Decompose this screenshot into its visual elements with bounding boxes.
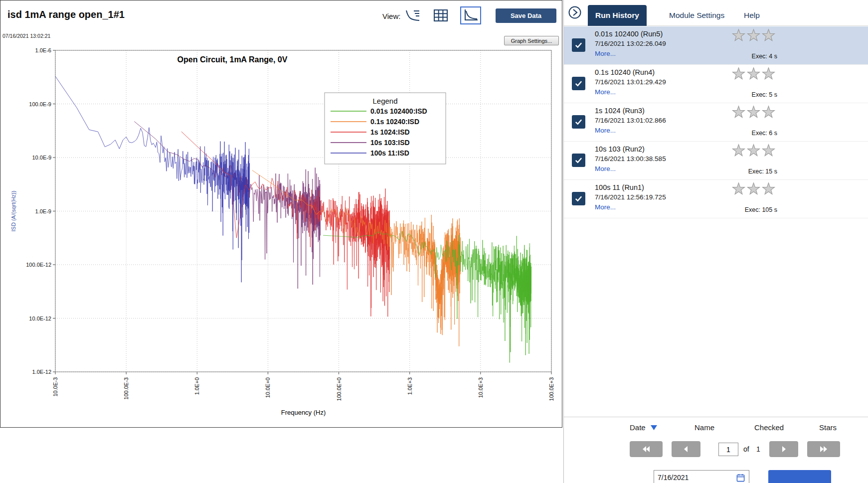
star-icon[interactable]	[761, 182, 776, 195]
chart-title: Open Circuit, 1mA Range, 0V	[177, 55, 288, 64]
last-page-button[interactable]	[807, 441, 840, 457]
svg-text:100.0E-12: 100.0E-12	[26, 262, 51, 268]
first-page-button[interactable]	[630, 441, 663, 457]
legend-title: Legend	[372, 97, 397, 105]
svg-text:10.0E+0: 10.0E+0	[265, 377, 271, 398]
check-icon	[574, 40, 583, 50]
previous-page-button[interactable]	[672, 441, 700, 457]
star-icon[interactable]	[731, 182, 746, 195]
run-star-rating[interactable]	[731, 182, 776, 195]
window-title: isd 1mA range open_1#1	[7, 9, 125, 20]
graph-view-icon	[463, 8, 479, 22]
run-history-list: 0.01s 102400 (Run5) 7/16/2021 13:02:26.0…	[564, 26, 868, 218]
star-icon[interactable]	[761, 28, 776, 42]
graph-settings-button[interactable]: Graph Settings...	[504, 36, 559, 45]
run-exec-time: Exec: 5 s	[723, 91, 777, 98]
run-history-item[interactable]: 1s 1024 (Run3) 7/16/2021 13:01:02.866 Mo…	[564, 103, 868, 142]
run-timestamp: 7/16/2021 12:56:19.725	[595, 193, 666, 201]
sort-by-date[interactable]: Date	[630, 423, 657, 432]
star-icon[interactable]	[761, 105, 776, 119]
chevron-right-icon	[568, 5, 582, 19]
calendar-icon[interactable]	[736, 473, 745, 483]
run-checkbox[interactable]	[572, 38, 585, 52]
graph-area: 07/16/2021 13:02:21 Graph Settings... 10…	[0, 30, 562, 427]
star-icon[interactable]	[746, 182, 761, 195]
svg-text:100.0E+3: 100.0E+3	[548, 377, 554, 401]
date-filter-input[interactable]: 7/16/2021	[654, 470, 749, 483]
run-history-item[interactable]: 10s 103 (Run2) 7/16/2021 13:00:38.585 Mo…	[564, 142, 868, 180]
double-left-arrow-icon	[641, 445, 651, 454]
run-history-item[interactable]: 0.1s 10240 (Run4) 7/16/2021 13:01:29.429…	[564, 65, 868, 103]
date-apply-button[interactable]	[768, 470, 831, 483]
star-icon[interactable]	[746, 105, 761, 119]
run-more-link[interactable]: More...	[595, 127, 666, 134]
run-star-rating[interactable]	[731, 144, 776, 157]
tab-run-history[interactable]: Run History	[588, 5, 647, 26]
svg-text:1.0E+3: 1.0E+3	[407, 377, 413, 395]
star-icon[interactable]	[746, 144, 761, 157]
run-timestamp: 7/16/2021 13:02:26.049	[595, 40, 666, 47]
star-icon[interactable]	[761, 67, 776, 80]
run-star-rating[interactable]	[731, 105, 776, 119]
graph-view-button[interactable]	[460, 6, 481, 24]
run-exec-time: Exec: 4 s	[723, 53, 777, 60]
run-more-link[interactable]: More...	[595, 165, 666, 172]
tab-module-settings[interactable]: Module Settings	[662, 5, 732, 26]
star-icon[interactable]	[731, 105, 746, 119]
run-timestamp: 7/16/2021 13:01:29.429	[595, 78, 666, 86]
svg-text:1.0E-12: 1.0E-12	[32, 369, 51, 375]
double-right-arrow-icon	[819, 445, 829, 454]
run-timestamp: 7/16/2021 13:00:38.585	[595, 155, 666, 162]
run-info: 100s 11 (Run1) 7/16/2021 12:56:19.725 Mo…	[595, 183, 666, 211]
run-star-rating[interactable]	[731, 67, 776, 80]
star-icon[interactable]	[761, 144, 776, 157]
tab-help[interactable]: Help	[736, 5, 767, 26]
trace-0.1s 10240:ISD	[252, 170, 461, 346]
next-page-button[interactable]	[769, 441, 798, 457]
star-icon[interactable]	[746, 67, 761, 80]
check-icon	[574, 79, 583, 88]
run-history-sidebar: Run History Module Settings Help 0.01s 1…	[563, 0, 868, 483]
run-history-item[interactable]: 100s 11 (Run1) 7/16/2021 12:56:19.725 Mo…	[564, 180, 868, 218]
run-history-item[interactable]: 0.01s 102400 (Run5) 7/16/2021 13:02:26.0…	[564, 26, 868, 65]
run-name: 0.1s 10240 (Run4)	[595, 68, 666, 76]
left-arrow-icon	[682, 445, 691, 454]
svg-text:100.0E-3: 100.0E-3	[123, 377, 129, 400]
sort-descending-icon	[651, 425, 657, 430]
run-exec-time: Exec: 105 s	[723, 206, 777, 213]
sidebar-footer: Date Name Checked Stars	[564, 417, 868, 483]
sidebar-header: Run History Module Settings Help	[564, 0, 868, 26]
report-view-button[interactable]	[402, 6, 423, 24]
table-view-button[interactable]	[430, 6, 451, 24]
legend-entry: 100s 11:ISD	[370, 149, 409, 157]
view-label: View:	[382, 12, 400, 20]
run-checkbox[interactable]	[572, 192, 585, 205]
star-icon[interactable]	[731, 67, 746, 80]
star-icon[interactable]	[731, 144, 746, 157]
date-filter-value: 7/16/2021	[658, 474, 689, 482]
star-icon[interactable]	[746, 28, 761, 42]
run-checkbox[interactable]	[572, 77, 585, 90]
page-of-label: of	[743, 445, 749, 453]
run-star-rating[interactable]	[731, 28, 776, 42]
run-checkbox[interactable]	[572, 154, 585, 167]
run-info: 1s 1024 (Run3) 7/16/2021 13:01:02.866 Mo…	[595, 107, 666, 134]
chart-timestamp: 07/16/2021 13:02:21	[2, 33, 50, 39]
sort-by-stars[interactable]: Stars	[819, 423, 837, 432]
check-icon	[574, 156, 583, 165]
page-number-input[interactable]	[718, 443, 738, 456]
run-checkbox[interactable]	[572, 115, 585, 129]
svg-text:10.0E-9: 10.0E-9	[32, 155, 51, 161]
star-icon[interactable]	[731, 28, 746, 42]
collapse-panel-button[interactable]	[567, 5, 582, 20]
run-more-link[interactable]: More...	[595, 88, 666, 96]
run-more-link[interactable]: More...	[595, 50, 666, 57]
sort-by-checked[interactable]: Checked	[754, 423, 784, 432]
app-root: isd 1mA range open_1#1 View: Save Data 0…	[0, 0, 868, 483]
sort-by-name[interactable]: Name	[694, 423, 714, 432]
run-exec-time: Exec: 6 s	[723, 130, 777, 137]
run-more-link[interactable]: More...	[595, 203, 666, 211]
trace-100s 11:ISD	[55, 76, 250, 282]
save-data-button[interactable]: Save Data	[496, 8, 556, 23]
y-axis-label: ISD (A/(sqrt(Hz))	[10, 191, 16, 232]
